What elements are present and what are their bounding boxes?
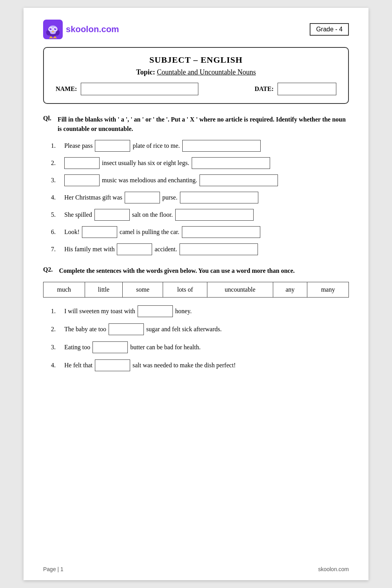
- item-text-3: music was melodious and enchanting.: [102, 177, 197, 184]
- item-text-4a: Her Christmas gift was: [64, 194, 122, 201]
- word-uncountable: uncountable: [207, 282, 273, 298]
- q2-heading: Q2. Complete the sentences with the word…: [43, 266, 349, 276]
- item-text-1b: plate of rice to me.: [132, 142, 180, 149]
- q2-blank-3[interactable]: [93, 341, 128, 353]
- item-num-4: 4.: [51, 194, 62, 201]
- q1-blank-4b[interactable]: [180, 192, 258, 203]
- footer-page: Page | 1: [43, 566, 64, 572]
- word-many: many: [307, 282, 349, 298]
- item-text-7b: accident.: [154, 246, 177, 253]
- q1-blank-5a[interactable]: [94, 209, 130, 221]
- question-1-block: Ql. Fill in the blanks with ' a ', ' an …: [43, 115, 349, 255]
- q2-item-3: 3. Eating too butter can be bad for heal…: [51, 341, 349, 353]
- worksheet-page: skoolon.com Grade - 4 SUBJECT – ENGLISH …: [24, 8, 368, 580]
- q2-text-4a: He felt that: [64, 362, 93, 369]
- item-text-5a: She spilled: [64, 211, 92, 218]
- word-bank-table: much little some lots of uncountable any…: [43, 282, 349, 298]
- item-num-3: 3.: [51, 177, 62, 184]
- q1-blank-2b[interactable]: [192, 157, 270, 169]
- owl-logo-icon: [43, 20, 63, 39]
- word-lots-of: lots of: [163, 282, 207, 298]
- date-section: DATE:: [254, 83, 336, 95]
- q2-item-num-2: 2.: [51, 326, 62, 333]
- q2-text-2a: The baby ate too: [64, 326, 106, 333]
- footer: Page | 1 skoolon.com: [43, 566, 349, 572]
- name-section: NAME:: [56, 83, 198, 95]
- q1-blank-7a[interactable]: [117, 243, 152, 255]
- date-label: DATE:: [254, 85, 274, 93]
- q2-number: Q2.: [43, 266, 53, 276]
- q1-item-4: 4. Her Christmas gift was purse.: [51, 192, 349, 203]
- word-bank-row: much little some lots of uncountable any…: [44, 282, 349, 298]
- q1-blank-1a[interactable]: [95, 140, 130, 152]
- q1-instruction: Fill in the blanks with ' a ', ' an ' or…: [58, 115, 349, 134]
- q1-blank-2a[interactable]: [64, 157, 100, 169]
- name-input[interactable]: [81, 83, 198, 95]
- q1-item-3: 3. music was melodious and enchanting.: [51, 174, 349, 186]
- q2-blank-1[interactable]: [138, 305, 173, 317]
- q2-text-1a: I will sweeten my toast with: [64, 308, 135, 315]
- q1-blank-7b[interactable]: [180, 243, 258, 255]
- q1-blank-6a[interactable]: [82, 226, 117, 238]
- item-text-7a: His family met with: [64, 246, 114, 253]
- q2-item-num-3: 3.: [51, 344, 62, 351]
- q2-blank-2[interactable]: [109, 323, 144, 335]
- q1-item-7: 7. His family met with accident.: [51, 243, 349, 255]
- q1-heading: Ql. Fill in the blanks with ' a ', ' an …: [43, 115, 349, 134]
- q1-blank-1b[interactable]: [182, 140, 261, 152]
- q1-item-6: 6. Look! camel is pulling the car.: [51, 226, 349, 238]
- item-num-1: 1.: [51, 142, 62, 149]
- q2-text-1b: honey.: [175, 308, 192, 315]
- svg-point-7: [49, 28, 52, 30]
- svg-point-9: [51, 28, 51, 29]
- date-input[interactable]: [278, 83, 336, 95]
- question-2-block: Q2. Complete the sentences with the word…: [43, 266, 349, 371]
- logo-area: skoolon.com: [43, 20, 119, 39]
- q2-item-2: 2. The baby ate too sugar and felt sick …: [51, 323, 349, 335]
- q1-blank-5b[interactable]: [175, 209, 254, 221]
- word-little: little: [85, 282, 123, 298]
- svg-point-8: [54, 28, 56, 30]
- q2-item-1: 1. I will sweeten my toast with honey.: [51, 305, 349, 317]
- item-text-1a: Please pass: [64, 142, 93, 149]
- q1-item-5: 5. She spilled salt on the floor.: [51, 209, 349, 221]
- item-text-4b: purse.: [162, 194, 178, 201]
- item-num-7: 7.: [51, 246, 62, 253]
- q2-item-num-4: 4.: [51, 362, 62, 369]
- grade-box: Grade - 4: [310, 23, 349, 36]
- item-text-6b: camel is pulling the car.: [120, 229, 179, 236]
- title-box: SUBJECT – ENGLISH Topic: Countable and U…: [43, 47, 349, 104]
- logo-text: skoolon.com: [66, 24, 119, 34]
- item-text-5b: salt on the floor.: [132, 211, 173, 218]
- item-text-6a: Look!: [64, 229, 80, 236]
- q1-blank-6b[interactable]: [182, 226, 260, 238]
- q2-instruction: Complete the sentences with the words gi…: [59, 266, 294, 276]
- q1-items: 1. Please pass plate of rice to me. 2. i…: [43, 140, 349, 255]
- q2-item-4: 4. He felt that salt was needed to make …: [51, 359, 349, 371]
- q2-text-3b: butter can be bad for health.: [130, 344, 200, 351]
- topic-label: Topic:: [136, 68, 155, 76]
- word-any: any: [273, 282, 307, 298]
- footer-site: skoolon.com: [318, 566, 349, 572]
- word-much: much: [44, 282, 85, 298]
- item-num-6: 6.: [51, 229, 62, 236]
- q2-text-2b: sugar and felt sick afterwards.: [146, 326, 221, 333]
- q2-item-num-1: 1.: [51, 308, 62, 315]
- q1-blank-4a[interactable]: [125, 192, 160, 203]
- topic-text: Countable and Uncountable Nouns: [157, 68, 256, 76]
- svg-point-10: [55, 28, 56, 29]
- header: skoolon.com Grade - 4: [43, 20, 349, 39]
- q2-text-3a: Eating too: [64, 344, 90, 351]
- item-text-2: insect usually has six or eight legs.: [102, 160, 189, 167]
- word-some: some: [123, 282, 163, 298]
- item-num-2: 2.: [51, 160, 62, 167]
- item-num-5: 5.: [51, 211, 62, 218]
- q1-number: Ql.: [43, 115, 51, 134]
- q1-item-2: 2. insect usually has six or eight legs.: [51, 157, 349, 169]
- q1-blank-3b[interactable]: [200, 174, 278, 186]
- q2-items: 1. I will sweeten my toast with honey. 2…: [43, 305, 349, 371]
- q2-text-4b: salt was needed to make the dish perfect…: [132, 362, 236, 369]
- q1-blank-3a[interactable]: [64, 174, 100, 186]
- q2-blank-4[interactable]: [95, 359, 130, 371]
- topic-line: Topic: Countable and Uncountable Nouns: [56, 68, 336, 76]
